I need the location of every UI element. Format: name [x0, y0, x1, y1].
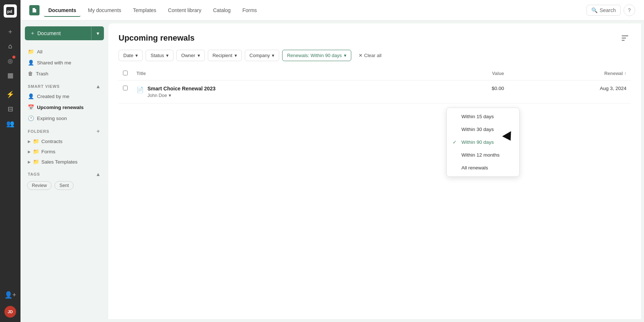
svg-rect-3 — [622, 38, 626, 38]
left-sidebar: ＋ Document ▾ 📁 All 👤 Shared with me 🗑 Tr… — [20, 20, 108, 322]
sidebar-add-icon[interactable]: ＋ — [4, 25, 17, 38]
select-all-checkbox[interactable] — [123, 71, 128, 75]
doc-value: $0.00 — [492, 86, 504, 91]
sidebar-item-expiring-soon[interactable]: 🕐 Expiring soon — [25, 113, 104, 124]
search-label: Search — [600, 7, 616, 13]
filter-status[interactable]: Status ▾ — [146, 50, 173, 61]
dropdown-option-30days[interactable]: Within 30 days — [447, 123, 519, 136]
filter-owner-label: Owner — [181, 53, 195, 58]
filter-bar: Date ▾ Status ▾ Owner ▾ Recipient ▾ Comp… — [108, 50, 641, 67]
tags-section: TAGS ▲ — [25, 167, 104, 179]
folder-arrow-icon-forms: ▶ — [28, 150, 31, 154]
sidebar-expiring-label: Expiring soon — [37, 116, 67, 121]
app-logo[interactable]: pd — [4, 4, 17, 18]
content-area: ＋ Document ▾ 📁 All 👤 Shared with me 🗑 Tr… — [20, 20, 644, 322]
nav-my-documents[interactable]: My documents — [83, 4, 126, 16]
folder-forms-label: Forms — [41, 149, 55, 154]
sidebar-item-trash[interactable]: 🗑 Trash — [25, 68, 104, 79]
view-options-icon[interactable] — [619, 32, 631, 44]
nav-forms[interactable]: Forms — [238, 4, 261, 16]
sidebar-all-label: All — [37, 49, 42, 55]
clear-all-button[interactable]: ✕ Clear all — [354, 50, 386, 61]
filter-recipient[interactable]: Recipient ▾ — [208, 50, 242, 61]
top-nav: Documents My documents Templates Content… — [20, 0, 644, 20]
folder-forms[interactable]: ▶ 📁 Forms — [25, 146, 104, 157]
sidebar-home-icon[interactable]: ⌂ — [4, 40, 17, 53]
dropdown-option-all-renewals[interactable]: All renewals — [447, 161, 519, 174]
row-checkbox[interactable] — [123, 86, 128, 90]
new-document-button[interactable]: ＋ Document ▾ — [25, 26, 104, 40]
calendar-icon: 📅 — [28, 104, 34, 110]
smart-views-toggle[interactable]: ▲ — [96, 83, 101, 89]
sidebar-item-upcoming-renewals[interactable]: 📅 Upcoming renewals — [25, 102, 104, 113]
search-icon: 🔍 — [591, 7, 598, 13]
search-button[interactable]: 🔍 Search — [587, 5, 621, 16]
plus-icon: ＋ — [30, 30, 35, 37]
folder-contracts[interactable]: ▶ 📁 Contracts — [25, 136, 104, 146]
dropdown-option-90days[interactable]: ✓ Within 90 days — [447, 136, 519, 149]
new-doc-label: Document — [37, 30, 61, 36]
doc-title-cell: 📄 Smart Choice Renewal 2023 John Doe ▾ — [132, 80, 435, 104]
person-icon: 👤 — [28, 93, 34, 99]
filter-renewals-label: Renewals: Within 90 days — [287, 53, 342, 58]
select-all-header — [119, 67, 132, 80]
help-button[interactable]: ? — [624, 4, 635, 16]
nav-content-library[interactable]: Content library — [164, 4, 206, 16]
new-doc-dropdown-arrow[interactable]: ▾ — [91, 27, 104, 40]
nav-documents[interactable]: Documents — [44, 4, 80, 17]
sidebar-people-icon[interactable]: 👥 — [4, 117, 17, 130]
folder-arrow-icon: ▶ — [28, 139, 31, 143]
dropdown-option-12months[interactable]: Within 12 months — [447, 149, 519, 161]
sidebar-lightning-icon[interactable]: ⚡ — [4, 88, 17, 101]
tag-review[interactable]: Review — [27, 181, 52, 190]
doc-title[interactable]: Smart Choice Renewal 2023 — [147, 86, 216, 91]
sidebar-trash-label: Trash — [36, 71, 48, 76]
folder-arrow-icon-sales: ▶ — [28, 160, 31, 164]
new-doc-main[interactable]: ＋ Document — [25, 26, 91, 40]
sidebar-created-label: Created by me — [37, 94, 70, 99]
doc-owner[interactable]: John Doe ▾ — [147, 93, 216, 98]
sidebar-item-created-by-me[interactable]: 👤 Created by me — [25, 91, 104, 102]
shared-icon: 👤 — [28, 60, 34, 65]
filter-date-label: Date — [123, 53, 133, 58]
sidebar-chart-icon[interactable]: ▦ — [4, 69, 17, 82]
close-icon: ✕ — [359, 53, 363, 58]
sidebar-renewals-label: Upcoming renewals — [37, 105, 84, 110]
add-folder-icon[interactable]: ＋ — [96, 128, 101, 135]
chevron-down-icon-3: ▾ — [198, 53, 200, 58]
sidebar-item-shared[interactable]: 👤 Shared with me — [25, 57, 104, 68]
filter-date[interactable]: Date ▾ — [119, 50, 143, 61]
filter-owner[interactable]: Owner ▾ — [176, 50, 205, 61]
folders-label: FOLDERS — [28, 129, 49, 134]
doc-renewal-cell: Aug 3, 2024 — [509, 80, 631, 104]
dropdown-option-15days[interactable]: Within 15 days — [447, 110, 519, 123]
nav-catalog[interactable]: Catalog — [209, 4, 235, 16]
sidebar-item-all[interactable]: 📁 All — [25, 46, 104, 57]
content-header: Upcoming renewals — [108, 23, 641, 50]
value-column-header: Value — [435, 67, 509, 80]
folder-icon-sales: 📁 — [33, 159, 39, 165]
owner-chevron-icon: ▾ — [169, 93, 171, 98]
dropdown-option-90days-label: Within 90 days — [461, 139, 494, 145]
tags-label: TAGS — [28, 172, 40, 176]
chevron-down-icon-5: ▾ — [272, 53, 274, 58]
sidebar-table-icon[interactable]: ⊟ — [4, 102, 17, 116]
user-avatar[interactable]: JD — [4, 306, 16, 318]
clear-all-label: Clear all — [364, 53, 382, 58]
filter-renewals[interactable]: Renewals: Within 90 days ▾ — [282, 50, 351, 61]
nav-templates[interactable]: Templates — [128, 4, 161, 16]
filter-company[interactable]: Company ▾ — [245, 50, 280, 61]
folder-sales-templates[interactable]: ▶ 📁 Sales Templates — [25, 157, 104, 167]
folders-section: FOLDERS ＋ — [25, 124, 104, 136]
sidebar-activity-icon[interactable]: ◎ — [4, 54, 17, 67]
renewal-column-header: Renewal ↑ — [509, 67, 631, 80]
folder-sales-label: Sales Templates — [41, 159, 78, 165]
tag-sent[interactable]: Sent — [55, 181, 74, 190]
doc-file-icon: 📄 — [136, 86, 144, 93]
tags-toggle[interactable]: ▲ — [96, 171, 101, 177]
documents-table: Title Value Renewal ↑ 📄 — [119, 67, 631, 104]
chevron-down-icon-6: ▾ — [344, 53, 347, 58]
chevron-down-icon-4: ▾ — [235, 53, 237, 58]
sidebar-adduser-icon[interactable]: 👤+ — [4, 288, 17, 302]
dropdown-option-15days-label: Within 15 days — [461, 114, 494, 119]
